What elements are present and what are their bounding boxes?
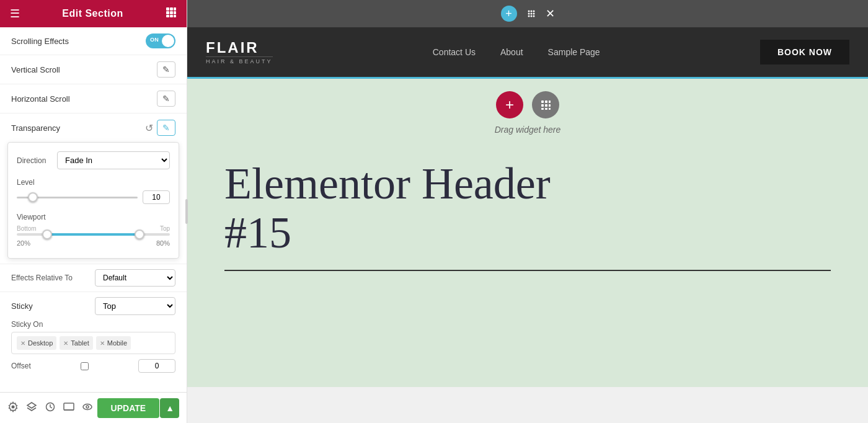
- svg-rect-12: [64, 403, 74, 410]
- tag-mobile-label: Mobile: [107, 339, 127, 347]
- svg-point-19: [528, 13, 529, 15]
- svg-rect-8: [174, 15, 176, 17]
- svg-point-15: [86, 406, 89, 408]
- offset-value-input[interactable]: 0: [138, 359, 175, 373]
- update-arrow-button[interactable]: ▲: [160, 398, 179, 418]
- site-content: + Drag widget here Elementor Header #: [187, 77, 868, 387]
- svg-point-9: [12, 405, 15, 408]
- viewport-thumb-right[interactable]: [135, 229, 144, 239]
- svg-rect-28: [541, 104, 544, 107]
- panel-footer: UPDATE ▲: [0, 392, 187, 423]
- heading-divider: [224, 270, 831, 271]
- offset-row: Offset 0: [11, 359, 175, 373]
- sticky-select[interactable]: None Top Bottom: [95, 297, 175, 315]
- tag-tablet-label: Tablet: [71, 339, 89, 347]
- svg-rect-30: [549, 104, 551, 107]
- responsive-icon-btn[interactable]: [63, 401, 74, 415]
- direction-select[interactable]: Fade In Fade Out: [57, 151, 170, 169]
- svg-point-22: [528, 16, 529, 17]
- svg-rect-27: [549, 100, 551, 103]
- svg-rect-25: [541, 100, 544, 103]
- level-value-input[interactable]: 10: [143, 190, 170, 204]
- resize-handle[interactable]: [184, 0, 190, 423]
- hamburger-icon[interactable]: ☰: [10, 7, 20, 20]
- add-widget-btn[interactable]: +: [496, 91, 523, 118]
- svg-point-16: [528, 11, 529, 12]
- widget-area: +: [187, 79, 868, 125]
- topbar-move-btn[interactable]: [522, 4, 541, 23]
- update-group: UPDATE ▲: [97, 398, 179, 418]
- site-logo: FLAIR HAIR & BEAUTY: [206, 40, 273, 65]
- direction-label: Direction: [17, 156, 51, 165]
- offset-checkbox[interactable]: [81, 362, 89, 370]
- viewport-bottom-label: Bottom: [17, 225, 37, 232]
- settings-icon-btn[interactable]: [7, 401, 19, 415]
- book-now-btn[interactable]: BOOK NOW: [760, 40, 849, 65]
- left-panel: ☰ Edit Section Scrolling Effects: [0, 0, 187, 423]
- scrolling-effects-toggle[interactable]: ON: [146, 33, 175, 48]
- viewport-label: Viewport: [17, 213, 170, 221]
- svg-rect-31: [541, 108, 544, 110]
- history-icon-btn[interactable]: [45, 401, 56, 415]
- vertical-scroll-label: Vertical Scroll: [11, 65, 60, 74]
- svg-rect-4: [170, 11, 173, 14]
- nav-about[interactable]: About: [500, 47, 523, 57]
- sticky-on-row: Sticky On ✕ Desktop ✕ Tablet ✕ Mobile: [11, 320, 175, 354]
- main-heading-line1: Elementor Header: [224, 159, 551, 208]
- svg-point-20: [530, 13, 532, 15]
- sticky-on-label: Sticky On: [11, 320, 175, 329]
- main-heading-line2: #15: [224, 208, 291, 257]
- layers-icon-btn[interactable]: [26, 401, 37, 415]
- viewport-thumb-left[interactable]: [42, 229, 52, 239]
- panel-header: ☰ Edit Section: [0, 0, 187, 27]
- level-row: Level 10: [17, 178, 170, 204]
- tag-mobile: ✕ Mobile: [96, 336, 131, 350]
- topbar-close-btn[interactable]: ✕: [546, 7, 555, 20]
- topbar-add-btn[interactable]: +: [501, 6, 517, 22]
- site-topbar: + ✕: [187, 0, 868, 27]
- vertical-scroll-row: Vertical Scroll ✎: [0, 55, 187, 84]
- horizontal-scroll-row: Horizontal Scroll ✎: [0, 84, 187, 114]
- panel-body: Scrolling Effects ON Vertical Scroll ✎ H…: [0, 27, 187, 392]
- level-slider-container: 10: [17, 190, 170, 204]
- tag-desktop-label: Desktop: [28, 339, 53, 347]
- viewport-top-label: Top: [160, 225, 170, 232]
- level-slider[interactable]: [17, 197, 138, 198]
- transparency-edit-btn[interactable]: ✎: [157, 120, 175, 136]
- nav-contact-us[interactable]: Contact Us: [433, 47, 476, 57]
- move-widget-btn[interactable]: [532, 91, 559, 118]
- tag-mobile-close[interactable]: ✕: [100, 340, 105, 347]
- drag-widget-text: Drag widget here: [187, 125, 868, 141]
- svg-rect-33: [549, 108, 551, 110]
- svg-point-24: [533, 16, 534, 17]
- svg-rect-29: [545, 104, 547, 107]
- svg-rect-2: [174, 7, 176, 11]
- svg-marker-10: [27, 403, 36, 408]
- transparency-reset-btn[interactable]: ↺: [145, 122, 153, 134]
- tag-desktop-close[interactable]: ✕: [20, 340, 25, 347]
- logo-subtitle: HAIR & BEAUTY: [206, 56, 273, 65]
- viewport-right-val: 80%: [156, 239, 170, 247]
- svg-point-17: [530, 11, 532, 12]
- effects-relative-select[interactable]: Default Viewport Page: [95, 269, 175, 287]
- update-button[interactable]: UPDATE: [97, 398, 160, 418]
- sticky-label: Sticky: [11, 301, 33, 311]
- effects-relative-label: Effects Relative To: [11, 274, 73, 282]
- svg-rect-7: [170, 15, 173, 17]
- resize-bar: [185, 199, 188, 224]
- eye-icon-btn[interactable]: [82, 401, 93, 415]
- tag-tablet-close[interactable]: ✕: [63, 340, 68, 347]
- svg-point-21: [533, 13, 534, 15]
- horizontal-scroll-edit-btn[interactable]: ✎: [157, 91, 175, 107]
- grid-icon[interactable]: [166, 7, 177, 21]
- transparency-icons: ↺ ✎: [145, 120, 175, 136]
- direction-row: Direction Fade In Fade Out: [17, 151, 170, 169]
- svg-rect-1: [170, 7, 173, 11]
- site-nav-links: Contact Us About Sample Page: [433, 47, 600, 57]
- footer-icons: [7, 401, 93, 415]
- viewport-labels: Bottom Top: [17, 225, 170, 232]
- svg-rect-3: [166, 11, 169, 14]
- svg-rect-26: [545, 100, 547, 103]
- nav-sample-page[interactable]: Sample Page: [548, 47, 600, 57]
- vertical-scroll-edit-btn[interactable]: ✎: [157, 61, 175, 78]
